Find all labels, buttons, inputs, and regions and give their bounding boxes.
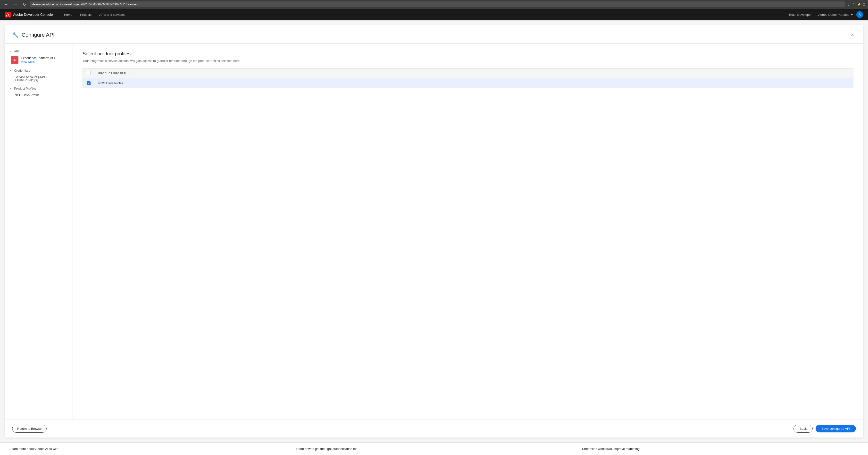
row-checkbox[interactable] [87, 81, 91, 85]
row-checkbox-cell [83, 78, 95, 88]
back-button[interactable]: Back [794, 425, 813, 433]
profiles-table: PRODUCT PROFILE ↓ NCG Devs Profile [83, 68, 854, 88]
top-nav: Adobe Developer Console Home Projects AP… [0, 9, 868, 21]
select-all-checkbox-cell [83, 69, 95, 78]
role-label: Role: Developer [789, 13, 812, 17]
promo-item-0: Learn more about Adobe APIs with [5, 447, 291, 451]
org-name: Adobe Demo Purpose [818, 13, 849, 17]
back-nav-button[interactable]: ← [3, 2, 10, 7]
promo-item-2: Streamline workflows, improve marketing [577, 447, 863, 451]
credentials-chevron-icon: ▼ [10, 69, 12, 72]
nav-right: Role: Developer | Adobe Demo Purpose ▼ A [789, 11, 863, 18]
view-docs-link[interactable]: View Docs [21, 60, 34, 64]
credentials-section-label: Credentials [14, 69, 30, 72]
save-configured-api-button[interactable]: Save configured API [815, 425, 856, 432]
avatar: A [856, 11, 863, 18]
profile-name-cell: NCG Devs Profile [94, 78, 854, 88]
section-description: Your integration's service account will … [83, 59, 854, 63]
configure-api-panel: 🔧 Configure API × ▼ API A Experien [5, 25, 863, 437]
api-name: Experience Platform API [21, 56, 55, 60]
product-profiles-chevron-icon: ▼ [10, 87, 12, 90]
panel-body: ▼ API A Experience Platform API View Doc… [5, 44, 863, 420]
api-chevron-icon: ▼ [10, 50, 12, 53]
product-profile-column-header: PRODUCT PROFILE ↓ [94, 69, 854, 78]
panel-header: 🔧 Configure API × [5, 25, 863, 44]
share-button[interactable]: ⇧ [847, 2, 850, 6]
close-button[interactable]: × [849, 31, 856, 39]
sidebar-credentials-section: ▼ Credentials Service Account (JWT) 1 PU… [10, 69, 68, 82]
adobe-logo-icon [5, 12, 11, 18]
promo-item-1: Learn how to get the right authenticatio… [291, 447, 577, 451]
return-to-browse-button[interactable]: Return to Browse [12, 425, 46, 433]
refresh-button[interactable]: ↻ [21, 2, 27, 7]
service-account-name: Service Account (JWT) [14, 75, 68, 79]
table-header-row: PRODUCT PROFILE ↓ [83, 69, 854, 78]
url-bar[interactable] [30, 1, 845, 7]
service-account-item: Service Account (JWT) 1 PUBLIC KEY(S) [10, 75, 68, 82]
section-title: Select product profiles [83, 51, 854, 57]
sidebar-product-profiles-section: ▼ Product Profiles NCG Devs Profile [10, 87, 68, 97]
chevron-down-icon: ▼ [850, 13, 854, 17]
browser-bar: ← → ↻ ⇧ ☆ ⚡ □ [0, 0, 868, 9]
extensions-button[interactable]: ⚡ [857, 2, 861, 6]
bookmark-button[interactable]: ☆ [852, 2, 855, 6]
app-title: Adobe Developer Console [13, 12, 53, 17]
nav-links: Home Projects APIs and services [60, 9, 789, 21]
configure-icon: 🔧 [12, 32, 19, 38]
sidebar-product-profiles-header[interactable]: ▼ Product Profiles [10, 87, 68, 90]
product-profiles-section-label: Product Profiles [14, 87, 36, 90]
sort-icon[interactable]: ↓ [128, 72, 129, 75]
sidebar: ▼ API A Experience Platform API View Doc… [5, 44, 73, 420]
panel-footer: Return to Browse Back Save configured AP… [5, 420, 863, 437]
api-item: A Experience Platform API View Docs [10, 56, 68, 64]
panel-main: Select product profiles Your integration… [73, 44, 863, 420]
promo-bar: Learn more about Adobe APIs with Learn h… [0, 443, 868, 455]
public-keys-label: 1 PUBLIC KEY(S) [14, 79, 68, 82]
adobe-logo: Adobe Developer Console [5, 12, 53, 18]
profile-button[interactable]: □ [863, 2, 865, 6]
nav-apis[interactable]: APIs and services [95, 9, 128, 21]
sidebar-api-header[interactable]: ▼ API [10, 50, 68, 53]
ncg-devs-profile-sidebar: NCG Devs Profile [10, 93, 68, 97]
experience-platform-icon: A [11, 56, 19, 64]
api-info: Experience Platform API View Docs [21, 56, 55, 64]
footer-right-buttons: Back Save configured API [794, 425, 856, 433]
browser-actions: ⇧ ☆ ⚡ □ [847, 2, 865, 6]
panel-title: Configure API [22, 32, 55, 38]
main-content: 🔧 Configure API × ▼ API A Experien [0, 21, 868, 455]
nav-divider: | [815, 13, 815, 17]
table-row: NCG Devs Profile [83, 78, 854, 88]
table-body: NCG Devs Profile [83, 78, 854, 88]
table-header: PRODUCT PROFILE ↓ [83, 69, 854, 78]
sidebar-api-section: ▼ API A Experience Platform API View Doc… [10, 50, 68, 64]
org-dropdown[interactable]: Adobe Demo Purpose ▼ [818, 13, 854, 17]
sidebar-credentials-header[interactable]: ▼ Credentials [10, 69, 68, 72]
forward-nav-button[interactable]: → [12, 2, 19, 7]
panel-title-container: 🔧 Configure API [12, 32, 55, 38]
api-section-label: API [14, 50, 19, 53]
select-all-checkbox[interactable] [87, 71, 91, 75]
nav-home[interactable]: Home [60, 9, 76, 21]
nav-projects[interactable]: Projects [76, 9, 95, 21]
